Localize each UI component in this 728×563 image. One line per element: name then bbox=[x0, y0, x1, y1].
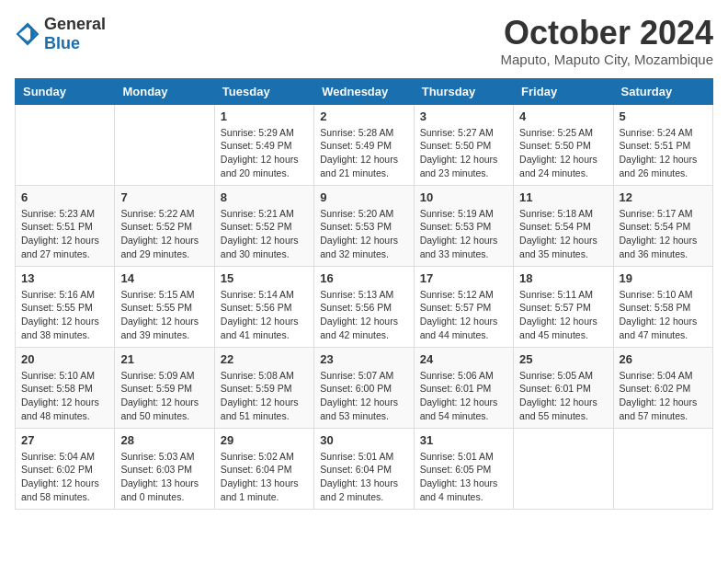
calendar-day-cell: 6Sunrise: 5:23 AMSunset: 5:51 PMDaylight… bbox=[16, 185, 115, 266]
calendar-day-cell: 16Sunrise: 5:13 AMSunset: 5:56 PMDayligh… bbox=[314, 266, 414, 347]
day-number: 21 bbox=[120, 352, 208, 366]
day-number: 29 bbox=[221, 433, 308, 447]
day-number: 9 bbox=[320, 190, 407, 204]
calendar-day-cell: 21Sunrise: 5:09 AMSunset: 5:59 PMDayligh… bbox=[115, 347, 214, 428]
weekday-header-row: SundayMondayTuesdayWednesdayThursdayFrid… bbox=[16, 78, 713, 104]
day-number: 28 bbox=[120, 433, 208, 447]
day-info: Sunrise: 5:04 AMSunset: 6:02 PMDaylight:… bbox=[620, 369, 707, 423]
day-info: Sunrise: 5:03 AMSunset: 6:03 PMDaylight:… bbox=[120, 450, 208, 504]
day-number: 6 bbox=[21, 190, 108, 204]
day-info: Sunrise: 5:01 AMSunset: 6:04 PMDaylight:… bbox=[320, 450, 407, 504]
calendar-day-cell: 30Sunrise: 5:01 AMSunset: 6:04 PMDayligh… bbox=[314, 428, 414, 509]
calendar-day-cell: 7Sunrise: 5:22 AMSunset: 5:52 PMDaylight… bbox=[115, 185, 214, 266]
day-number: 16 bbox=[320, 271, 407, 285]
weekday-header-cell: Monday bbox=[115, 78, 214, 104]
day-info: Sunrise: 5:09 AMSunset: 5:59 PMDaylight:… bbox=[120, 369, 208, 423]
day-info: Sunrise: 5:04 AMSunset: 6:02 PMDaylight:… bbox=[21, 450, 108, 504]
day-number: 25 bbox=[519, 352, 607, 366]
calendar-day-cell: 19Sunrise: 5:10 AMSunset: 5:58 PMDayligh… bbox=[613, 266, 712, 347]
day-number: 8 bbox=[221, 190, 308, 204]
day-info: Sunrise: 5:28 AMSunset: 5:49 PMDaylight:… bbox=[320, 126, 407, 180]
calendar-week-row: 1Sunrise: 5:29 AMSunset: 5:49 PMDaylight… bbox=[16, 104, 713, 185]
calendar-day-cell: 29Sunrise: 5:02 AMSunset: 6:04 PMDayligh… bbox=[214, 428, 313, 509]
day-info: Sunrise: 5:02 AMSunset: 6:04 PMDaylight:… bbox=[221, 450, 308, 504]
day-info: Sunrise: 5:07 AMSunset: 6:00 PMDaylight:… bbox=[320, 369, 407, 423]
calendar-day-cell: 20Sunrise: 5:10 AMSunset: 5:58 PMDayligh… bbox=[16, 347, 115, 428]
day-number: 23 bbox=[320, 352, 407, 366]
day-info: Sunrise: 5:22 AMSunset: 5:52 PMDaylight:… bbox=[120, 207, 208, 261]
calendar-day-cell: 3Sunrise: 5:27 AMSunset: 5:50 PMDaylight… bbox=[414, 104, 513, 185]
calendar-day-cell bbox=[16, 104, 115, 185]
calendar-day-cell: 27Sunrise: 5:04 AMSunset: 6:02 PMDayligh… bbox=[16, 428, 115, 509]
weekday-header-cell: Thursday bbox=[414, 78, 513, 104]
day-info: Sunrise: 5:23 AMSunset: 5:51 PMDaylight:… bbox=[21, 207, 108, 261]
day-number: 17 bbox=[420, 271, 507, 285]
calendar-day-cell: 26Sunrise: 5:04 AMSunset: 6:02 PMDayligh… bbox=[613, 347, 712, 428]
day-number: 12 bbox=[620, 190, 707, 204]
day-number: 18 bbox=[519, 271, 607, 285]
day-number: 22 bbox=[221, 352, 308, 366]
calendar-week-row: 20Sunrise: 5:10 AMSunset: 5:58 PMDayligh… bbox=[16, 347, 713, 428]
day-number: 3 bbox=[420, 109, 507, 123]
day-number: 15 bbox=[221, 271, 308, 285]
day-info: Sunrise: 5:21 AMSunset: 5:52 PMDaylight:… bbox=[221, 207, 308, 261]
logo: General Blue bbox=[15, 15, 106, 53]
calendar-day-cell: 15Sunrise: 5:14 AMSunset: 5:56 PMDayligh… bbox=[214, 266, 313, 347]
day-info: Sunrise: 5:20 AMSunset: 5:53 PMDaylight:… bbox=[320, 207, 407, 261]
weekday-header-cell: Tuesday bbox=[214, 78, 313, 104]
day-info: Sunrise: 5:11 AMSunset: 5:57 PMDaylight:… bbox=[519, 288, 607, 342]
calendar-day-cell: 4Sunrise: 5:25 AMSunset: 5:50 PMDaylight… bbox=[514, 104, 613, 185]
calendar-day-cell: 23Sunrise: 5:07 AMSunset: 6:00 PMDayligh… bbox=[314, 347, 414, 428]
logo-icon bbox=[15, 21, 40, 47]
calendar-day-cell: 2Sunrise: 5:28 AMSunset: 5:49 PMDaylight… bbox=[314, 104, 414, 185]
calendar-table: SundayMondayTuesdayWednesdayThursdayFrid… bbox=[15, 78, 713, 510]
day-info: Sunrise: 5:14 AMSunset: 5:56 PMDaylight:… bbox=[221, 288, 308, 342]
calendar-day-cell bbox=[115, 104, 214, 185]
calendar-day-cell: 12Sunrise: 5:17 AMSunset: 5:54 PMDayligh… bbox=[613, 185, 712, 266]
location-subtitle: Maputo, Maputo City, Mozambique bbox=[501, 52, 714, 67]
calendar-day-cell: 9Sunrise: 5:20 AMSunset: 5:53 PMDaylight… bbox=[314, 185, 414, 266]
weekday-header-cell: Wednesday bbox=[314, 78, 414, 104]
day-info: Sunrise: 5:16 AMSunset: 5:55 PMDaylight:… bbox=[21, 288, 108, 342]
calendar-day-cell: 28Sunrise: 5:03 AMSunset: 6:03 PMDayligh… bbox=[115, 428, 214, 509]
calendar-day-cell: 25Sunrise: 5:05 AMSunset: 6:01 PMDayligh… bbox=[514, 347, 613, 428]
day-number: 19 bbox=[620, 271, 707, 285]
calendar-body: 1Sunrise: 5:29 AMSunset: 5:49 PMDaylight… bbox=[16, 104, 713, 509]
calendar-day-cell: 22Sunrise: 5:08 AMSunset: 5:59 PMDayligh… bbox=[214, 347, 313, 428]
day-number: 30 bbox=[320, 433, 407, 447]
calendar-day-cell: 17Sunrise: 5:12 AMSunset: 5:57 PMDayligh… bbox=[414, 266, 513, 347]
day-info: Sunrise: 5:12 AMSunset: 5:57 PMDaylight:… bbox=[420, 288, 507, 342]
day-info: Sunrise: 5:05 AMSunset: 6:01 PMDaylight:… bbox=[519, 369, 607, 423]
calendar-day-cell: 31Sunrise: 5:01 AMSunset: 6:05 PMDayligh… bbox=[414, 428, 513, 509]
day-info: Sunrise: 5:29 AMSunset: 5:49 PMDaylight:… bbox=[221, 126, 308, 180]
logo-text-blue: Blue bbox=[44, 34, 80, 52]
day-info: Sunrise: 5:19 AMSunset: 5:53 PMDaylight:… bbox=[420, 207, 507, 261]
weekday-header-cell: Friday bbox=[514, 78, 613, 104]
weekday-header-cell: Sunday bbox=[16, 78, 115, 104]
day-number: 31 bbox=[420, 433, 507, 447]
calendar-week-row: 13Sunrise: 5:16 AMSunset: 5:55 PMDayligh… bbox=[16, 266, 713, 347]
day-info: Sunrise: 5:27 AMSunset: 5:50 PMDaylight:… bbox=[420, 126, 507, 180]
calendar-day-cell: 24Sunrise: 5:06 AMSunset: 6:01 PMDayligh… bbox=[414, 347, 513, 428]
day-info: Sunrise: 5:15 AMSunset: 5:55 PMDaylight:… bbox=[120, 288, 208, 342]
day-number: 26 bbox=[620, 352, 707, 366]
day-number: 27 bbox=[21, 433, 108, 447]
title-block: October 2024 Maputo, Maputo City, Mozamb… bbox=[501, 15, 714, 67]
calendar-day-cell: 8Sunrise: 5:21 AMSunset: 5:52 PMDaylight… bbox=[214, 185, 313, 266]
calendar-day-cell: 13Sunrise: 5:16 AMSunset: 5:55 PMDayligh… bbox=[16, 266, 115, 347]
day-number: 13 bbox=[21, 271, 108, 285]
day-info: Sunrise: 5:08 AMSunset: 5:59 PMDaylight:… bbox=[221, 369, 308, 423]
day-number: 7 bbox=[120, 190, 208, 204]
calendar-day-cell: 10Sunrise: 5:19 AMSunset: 5:53 PMDayligh… bbox=[414, 185, 513, 266]
day-number: 4 bbox=[519, 109, 607, 123]
day-number: 24 bbox=[420, 352, 507, 366]
weekday-header-cell: Saturday bbox=[613, 78, 712, 104]
day-number: 2 bbox=[320, 109, 407, 123]
calendar-day-cell bbox=[613, 428, 712, 509]
day-number: 14 bbox=[120, 271, 208, 285]
calendar-week-row: 6Sunrise: 5:23 AMSunset: 5:51 PMDaylight… bbox=[16, 185, 713, 266]
calendar-day-cell: 14Sunrise: 5:15 AMSunset: 5:55 PMDayligh… bbox=[115, 266, 214, 347]
day-info: Sunrise: 5:18 AMSunset: 5:54 PMDaylight:… bbox=[519, 207, 607, 261]
calendar-day-cell: 1Sunrise: 5:29 AMSunset: 5:49 PMDaylight… bbox=[214, 104, 313, 185]
day-info: Sunrise: 5:13 AMSunset: 5:56 PMDaylight:… bbox=[320, 288, 407, 342]
